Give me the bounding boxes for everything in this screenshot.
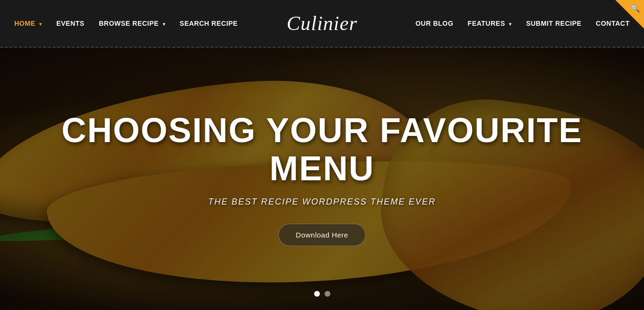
slider-dots — [314, 291, 330, 297]
hero-title: CHOOSING YOUR FAVOURITE MENU — [48, 112, 596, 187]
hero-section: CHOOSING YOUR FAVOURITE MENU THE BEST RE… — [0, 48, 644, 310]
download-button[interactable]: Download Here — [278, 224, 366, 246]
hero-subtitle: THE BEST RECIPE WORDPRESS THEME EVER — [208, 197, 436, 207]
nav-item-contact[interactable]: CONTACT — [596, 20, 630, 27]
home-arrow: ▾ — [39, 21, 42, 27]
logo-container: Culinier — [286, 12, 357, 35]
search-icon: 🔍 — [631, 4, 640, 13]
nav-item-browse-recipe[interactable]: BROWSE RECIPE ▾ — [99, 20, 165, 27]
site-logo[interactable]: Culinier — [286, 12, 357, 35]
nav-item-features[interactable]: FEATURES ▾ — [468, 20, 512, 27]
slider-dot-1[interactable] — [314, 291, 320, 297]
nav-item-submit-recipe[interactable]: SUBMIT RECIPE — [526, 20, 581, 27]
slider-dot-2[interactable] — [325, 291, 330, 297]
browse-arrow: ▾ — [163, 21, 166, 27]
nav-left: HOME ▾ EVENTS BROWSE RECIPE ▾ SEARCH REC… — [14, 20, 238, 27]
hero-content: CHOOSING YOUR FAVOURITE MENU THE BEST RE… — [0, 48, 644, 310]
nav-item-our-blog[interactable]: OUR BLOG — [415, 20, 453, 27]
nav-right: OUR BLOG FEATURES ▾ SUBMIT RECIPE CONTAC… — [415, 20, 630, 27]
nav-item-home[interactable]: HOME ▾ — [14, 20, 42, 27]
nav-item-search-recipe[interactable]: SEARCH RECIPE — [179, 20, 238, 27]
nav-item-events[interactable]: EVENTS — [56, 20, 84, 27]
navbar: HOME ▾ EVENTS BROWSE RECIPE ▾ SEARCH REC… — [0, 0, 644, 48]
features-arrow: ▾ — [509, 21, 512, 27]
